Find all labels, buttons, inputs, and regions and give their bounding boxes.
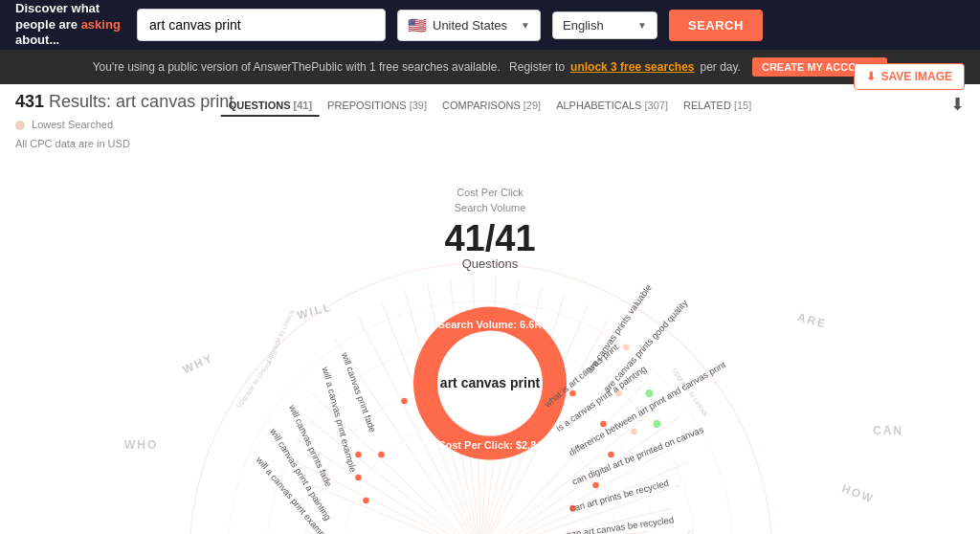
chevron-down-icon: ▼ — [637, 20, 647, 31]
center-circle-area: Cost Per Click Search Volume 41/41 Quest… — [444, 185, 535, 271]
spoke-can-canvas-recycle: can art canvas be recycled — [566, 514, 674, 534]
results-query: art canvas print — [116, 92, 234, 111]
results-title: 431 Results: art canvas print — [15, 92, 234, 111]
svg-text:Upgrade to Unlock: Upgrade to Unlock — [686, 528, 714, 534]
svg-point-34 — [608, 451, 613, 456]
spoke-can-digital: can digital art be printed on canvas — [570, 424, 705, 486]
stats-above: Cost Per Click Search Volume — [444, 185, 535, 216]
results-area: 431 Results: art canvas print QUESTIONS … — [0, 84, 980, 114]
wheel-label-who: WHO — [124, 438, 158, 452]
svg-line-14 — [312, 485, 480, 534]
wheel-label-will: WILL — [296, 300, 334, 322]
language-select[interactable]: English ▼ — [552, 11, 657, 39]
tab-alphabeticals[interactable]: ALPHABETICALS [307] — [548, 96, 676, 117]
wheel-label-why: WHY — [181, 350, 216, 376]
svg-text:Upgrade to Unlock: Upgrade to Unlock — [234, 357, 275, 409]
unlock-link[interactable]: unlock 3 free searches — [570, 60, 694, 74]
legend-dot — [15, 121, 25, 130]
svg-text:Upgrade to Unlock: Upgrade to Unlock — [264, 307, 296, 363]
spoke-why-canvas3: will canvas prints fade — [287, 403, 334, 488]
wheel-label-can: CAN — [873, 424, 903, 437]
save-image-label: SAVE IMAGE — [881, 70, 952, 83]
country-label: United States — [433, 18, 507, 33]
header: Discover what people are asking about...… — [0, 0, 980, 50]
center-ring-inner: art canvas print — [437, 330, 543, 435]
notif-text: You're using a public version of AnswerT… — [93, 60, 501, 74]
us-flag-icon: 🇺🇸 — [408, 16, 427, 34]
tabs-row: QUESTIONS [41] PREPOSITIONS [39] COMPARI… — [221, 96, 760, 117]
tab-prepositions[interactable]: PREPOSITIONS [39] — [320, 96, 434, 117]
svg-point-35 — [592, 481, 598, 487]
cpc-stat-label: Cost Per Click — [444, 185, 535, 201]
language-label: English — [563, 18, 604, 33]
center-ring-outer: Search Volume: 6.6K art canvas print Cos… — [413, 306, 567, 459]
register-text: Register to — [506, 60, 565, 74]
tab-related[interactable]: RELATED [15] — [676, 96, 759, 117]
tab-comparisons[interactable]: COMPARISONS [29] — [434, 96, 548, 117]
svg-point-49 — [631, 428, 636, 434]
spoke-are1: are canvas prints valuable — [584, 282, 653, 375]
svg-point-37 — [355, 451, 361, 456]
wheel-label-are: ARE — [795, 310, 828, 331]
stats-count: 41/41 — [444, 220, 535, 256]
wheel-label-how: HOW — [839, 481, 876, 505]
search-input-wrapper — [137, 9, 386, 41]
brand-text: Discover what people are asking about... — [15, 1, 125, 50]
svg-point-41 — [401, 397, 407, 403]
tab-questions[interactable]: QUESTIONS [41] — [221, 96, 320, 117]
stats-label: Questions — [444, 256, 535, 271]
center-term: art canvas print — [440, 375, 540, 391]
svg-point-52 — [653, 420, 660, 428]
results-label: Results: — [49, 92, 111, 111]
svg-point-38 — [355, 474, 361, 479]
spoke-is-canvas-painting: is a canvas print a painting — [554, 363, 648, 434]
chevron-down-icon: ▼ — [521, 20, 530, 31]
download-icon[interactable]: ⬇ — [950, 94, 965, 115]
country-select[interactable]: 🇺🇸 United States ▼ — [397, 10, 541, 41]
save-icon: ⬇ — [866, 70, 876, 83]
search-input[interactable] — [137, 9, 386, 41]
cpc-note: All CPC data are in USD — [15, 138, 130, 149]
per-day-text: per day. — [700, 60, 740, 74]
legend-label: Lowest Searched — [32, 119, 113, 130]
cpc-label: Cost Per Click: $2.84 — [438, 438, 543, 450]
results-count: 431 — [15, 92, 44, 111]
search-button[interactable]: SEARCH — [669, 10, 763, 41]
brand-asking: asking — [81, 17, 121, 32]
legend: Lowest Searched All CPC data are in USD — [0, 114, 980, 156]
sv-stat-label: Search Volume — [444, 200, 535, 216]
svg-point-51 — [645, 389, 653, 397]
svg-point-50 — [623, 344, 629, 349]
svg-point-39 — [363, 497, 368, 502]
svg-point-40 — [378, 451, 384, 456]
notif-bar: You're using a public version of AnswerT… — [0, 50, 980, 84]
center-ring: Search Volume: 6.6K art canvas print Cos… — [413, 299, 567, 459]
viz-area: Upgrade to Unlock Upgrade to Unlock Upgr… — [0, 156, 980, 534]
sv-label: Search Volume: 6.6K — [438, 318, 543, 329]
